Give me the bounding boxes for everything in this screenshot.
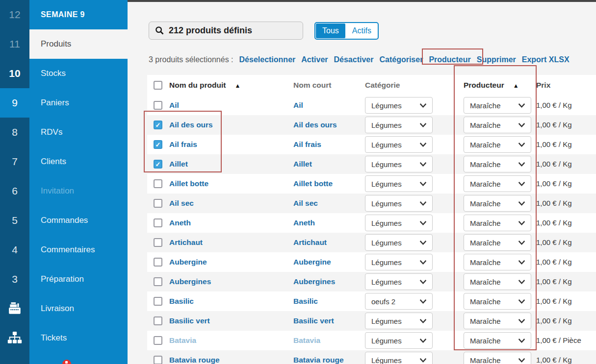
producer-select[interactable]: Maraîche [464,97,531,114]
row-checkbox[interactable]: ✓ [154,160,162,169]
product-name-link[interactable]: Aillet botte [169,179,208,188]
sitemap-icon[interactable] [0,323,29,353]
filter-actifs-button[interactable]: Actifs [346,23,378,39]
producer-select[interactable]: Maraîche [464,117,531,133]
row-checkbox[interactable] [154,199,162,208]
search-input[interactable]: 212 produits définis [149,22,303,40]
menu-item-tickets[interactable]: Tickets [29,323,128,353]
menu-item-produits[interactable]: Produits [29,29,128,59]
header-name[interactable]: Nom du produit [169,81,226,89]
menu-item-rdvs[interactable]: RDVs [29,118,128,147]
product-name-link[interactable]: Aneth [169,218,191,227]
header-producer[interactable]: Producteur [464,81,504,89]
product-name-link[interactable]: Basilic vert [169,316,210,325]
products-table: Nom du produit▲ Nom court Catégorie Prod… [147,75,596,364]
filter-tous-button[interactable]: Tous [316,24,345,38]
category-select[interactable]: Légumes [365,254,433,270]
row-checkbox[interactable] [154,101,162,110]
category-select[interactable]: Légumes [365,97,433,114]
week-11[interactable]: 11 [0,29,29,59]
week-3[interactable]: 3 [0,265,29,294]
category-select[interactable]: Légumes [365,352,433,364]
product-name-link[interactable]: Ail frais [169,140,197,148]
bulk-action-supprimer[interactable]: Supprimer [477,55,516,64]
bulk-action-d-selectionner[interactable]: Déselectionner [239,55,296,64]
producer-select[interactable]: Maraîche [464,195,531,212]
product-name-link[interactable]: Aubergines [169,277,211,286]
menu-item-commandes[interactable]: Commandes [29,206,128,235]
row-checkbox[interactable]: ✓ [154,140,162,149]
header-price[interactable]: Prix [536,81,550,89]
category-select[interactable]: Légumes [365,234,433,251]
product-name-link[interactable]: Batavia [169,336,196,344]
producer-select[interactable]: Maraîche [464,273,531,290]
menu-item-paniers[interactable]: Paniers [29,88,128,118]
price-cell: 1,00 € / Kg [536,238,572,246]
producer-select[interactable]: Maraîche [464,175,531,192]
producer-select[interactable]: Maraîche [464,332,531,349]
cash-register-icon[interactable] [0,294,29,323]
category-select[interactable]: Légumes [365,175,433,192]
bulk-action-export-xlsx[interactable]: Export XLSX [522,55,570,64]
producer-select[interactable]: Maraîche [464,313,531,329]
product-name-link[interactable]: Aubergine [169,258,207,266]
week-9[interactable]: 9 [0,88,29,118]
category-select[interactable]: Légumes [365,195,433,212]
menu-item-semaine-9[interactable]: SEMAINE 9 [29,0,128,29]
week-5[interactable]: 5 [0,206,29,235]
row-checkbox[interactable] [154,336,162,345]
header-short-name[interactable]: Nom court [293,81,332,89]
week-6[interactable]: 6 [0,176,29,206]
product-name-link[interactable]: Aillet [169,160,188,168]
producer-select[interactable]: Maraîche [464,215,531,231]
row-checkbox[interactable] [154,316,162,325]
category-select[interactable]: Légumes [365,136,433,153]
bulk-action-d-sactiver[interactable]: Désactiver [334,55,374,64]
producer-select[interactable]: Maraîche [464,254,531,270]
row-checkbox[interactable] [154,238,162,247]
week-12[interactable]: 12 [0,0,29,29]
product-name-link[interactable]: Ail sec [169,199,194,207]
menu-item-livraison[interactable]: Livraison [29,294,128,323]
category-select[interactable]: Légumes [365,313,433,329]
header-category[interactable]: Catégorie [365,81,400,89]
producer-select[interactable]: Maraîche [464,293,531,310]
category-select[interactable]: Légumes [365,332,433,349]
bulk-action-producteur[interactable]: Producteur [429,55,470,64]
week-4[interactable]: 4 [0,235,29,265]
category-select[interactable]: Légumes [365,273,433,290]
select-all-checkbox[interactable] [154,81,162,90]
row-checkbox[interactable] [154,258,162,267]
product-name-link[interactable]: Batavia rouge [169,356,220,364]
week-8[interactable]: 8 [0,118,29,147]
category-select[interactable]: oeufs 2 [365,293,433,310]
producer-select[interactable]: Maraîche [464,156,531,172]
row-checkbox[interactable] [154,297,162,306]
producer-select[interactable]: Maraîche [464,136,531,153]
bulk-action-activer[interactable]: Activer [301,55,328,64]
row-checkbox[interactable] [154,179,162,188]
price-cell: 1,00 € / Kg [536,258,572,266]
product-name-link[interactable]: Basilic [169,297,194,305]
menu-item-pr-paration[interactable]: Préparation [29,265,128,294]
row-checkbox[interactable] [154,356,162,364]
menu-item-clients[interactable]: Clients [29,147,128,176]
chevron-down-icon [419,123,427,127]
menu-item-invitation[interactable]: Invitation [29,176,128,206]
product-name-link[interactable]: Artichaut [169,238,203,246]
menu-item-commentaires[interactable]: Commentaires [29,235,128,265]
category-select[interactable]: Légumes [365,117,433,133]
week-7[interactable]: 7 [0,147,29,176]
menu-item-stocks[interactable]: Stocks [29,59,128,88]
category-select[interactable]: Légumes [365,156,433,172]
row-checkbox[interactable]: ✓ [154,121,162,129]
row-checkbox[interactable] [154,218,162,227]
product-name-link[interactable]: Ail [169,101,179,109]
producer-select[interactable]: Maraîche [464,234,531,251]
bulk-action-cat-goriser[interactable]: Catégoriser [379,55,423,64]
category-select[interactable]: Légumes [365,215,433,231]
week-10[interactable]: 10 [0,59,29,88]
product-name-link[interactable]: Ail des ours [169,121,213,129]
producer-select[interactable]: Maraîche [464,352,531,364]
row-checkbox[interactable] [154,277,162,286]
